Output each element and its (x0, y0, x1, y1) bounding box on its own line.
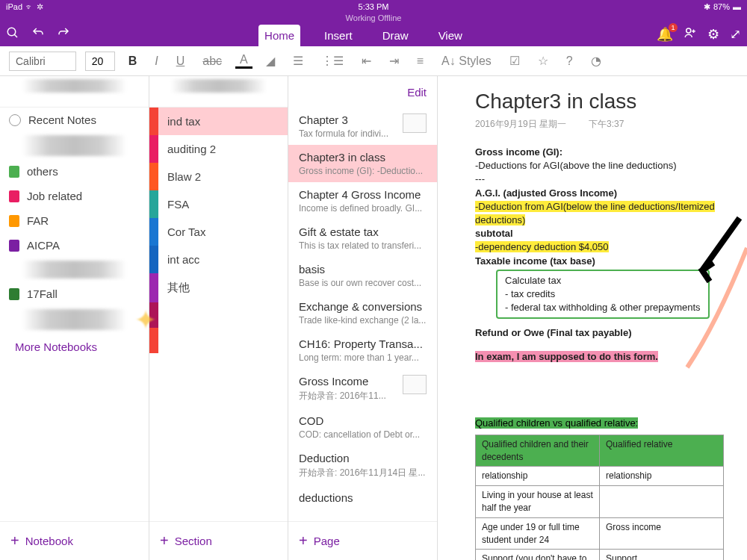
section-item[interactable] (149, 328, 288, 353)
sync-icon: ✲ (37, 2, 43, 12)
bold-button[interactable]: B (124, 55, 142, 68)
battery-icon: ▬ (733, 2, 741, 11)
font-select[interactable]: Calibri (9, 52, 76, 71)
edit-pages[interactable]: Edit (407, 86, 427, 99)
page-item[interactable]: Deduction开始录音: 2016年11月14日 星... (288, 446, 437, 485)
section-item[interactable]: 其他 (149, 273, 288, 302)
ink-arrow (672, 211, 747, 375)
notebook-icon (9, 240, 19, 252)
section-item[interactable]: Cor Tax (149, 218, 288, 246)
notebook-panel: Recent Notes othersJob relatedFARAICPA17… (0, 76, 149, 560)
bullets-button[interactable]: ☰ (288, 54, 308, 68)
add-notebook-button[interactable]: +Notebook (0, 521, 149, 560)
section-item[interactable]: auditing 2 (149, 135, 288, 163)
bluetooth-icon: ✱ (704, 2, 710, 12)
notebook-item[interactable]: Job related (0, 184, 149, 208)
add-section-button[interactable]: +Section (149, 521, 288, 560)
todo-button[interactable]: ☑ (505, 54, 524, 68)
qualified-table: Qualified children and their decedentsQu… (475, 435, 724, 560)
svg-line-1 (14, 34, 17, 37)
notebook-icon (9, 215, 19, 227)
page-panel: Edit Chapter 3Tax formula for indivi...C… (288, 76, 438, 560)
notebook-item[interactable]: others (0, 159, 149, 184)
star-button[interactable]: ☆ (533, 54, 553, 68)
status-bar: iPad ᯤ ✲ 5:33 PM ✱ 87% ▬ (0, 0, 747, 13)
section-item[interactable]: int acc (149, 246, 288, 273)
tab-draw[interactable]: Draw (376, 25, 415, 46)
tab-home[interactable]: Home (258, 25, 300, 46)
indent-button[interactable]: ⇥ (385, 54, 403, 68)
bell-icon[interactable]: 🔔1 (657, 26, 673, 43)
page-item[interactable]: Gift & estate taxThis is tax related to … (288, 220, 437, 257)
recent-notes[interactable]: Recent Notes (0, 108, 149, 132)
page-item[interactable]: basisBase is our own recover cost... (288, 257, 437, 294)
undo-icon[interactable] (31, 26, 45, 43)
format-bar: Calibri 20 B I U abc A ◢ ☰ ⋮☰ ⇤ ⇥ ≡ A↓ S… (0, 46, 747, 76)
tab-view[interactable]: View (433, 25, 468, 46)
font-size-input[interactable]: 20 (85, 52, 115, 71)
section-item[interactable] (149, 302, 288, 328)
outdent-button[interactable]: ⇤ (357, 54, 376, 68)
page-item[interactable]: Gross Income开始录音: 2016年11... (288, 369, 437, 408)
note-meta: 2016年9月19日 星期一下午3:37 (475, 118, 737, 131)
search-icon[interactable] (6, 26, 19, 43)
battery-label: 87% (713, 2, 730, 11)
tab-insert[interactable]: Insert (318, 25, 359, 46)
page-item[interactable]: Exchange & conversionsTrade like-kind ex… (288, 294, 437, 332)
page-item[interactable]: deductions (288, 485, 437, 512)
styles-button[interactable]: A↓ Styles (437, 55, 496, 68)
section-item[interactable]: Blaw 2 (149, 163, 288, 190)
page-item[interactable]: Chapter 4 Gross IncomeIncome is defined … (288, 182, 437, 220)
highlight-button[interactable]: ◢ (261, 54, 279, 68)
expand-icon[interactable]: ⤢ (730, 26, 741, 43)
section-item[interactable]: FSA (149, 190, 288, 218)
page-item[interactable]: CH16: Property Transa...Long term: more … (288, 332, 437, 369)
underline-button[interactable]: U (172, 55, 190, 68)
page-item[interactable]: CODCOD: cancellation of Debt or... (288, 408, 437, 446)
redo-icon[interactable] (57, 26, 70, 43)
notebook-icon (9, 190, 19, 202)
gear-icon[interactable]: ⚙ (707, 26, 719, 43)
svg-point-0 (7, 28, 16, 36)
note-content[interactable]: Chapter3 in class 2016年9月19日 星期一下午3:37 G… (438, 76, 747, 560)
notebook-item[interactable]: 17Fall (0, 281, 149, 306)
note-title[interactable]: Chapter3 in class (475, 90, 737, 113)
notebook-item[interactable]: AICPA (0, 233, 149, 258)
clock-icon (9, 114, 21, 126)
font-color-button[interactable]: A (235, 53, 252, 69)
notebook-item[interactable]: FAR (0, 208, 149, 233)
device-label: iPad (6, 2, 22, 11)
section-item[interactable]: ind tax (149, 108, 288, 135)
page-thumb-icon (403, 375, 427, 394)
page-thumb-icon (403, 113, 427, 133)
notebook-icon (9, 166, 19, 178)
notebook-icon (9, 288, 19, 300)
add-person-icon[interactable] (684, 26, 697, 43)
top-toolbar: HomeInsertDrawView 🔔1 ⚙ ⤢ (0, 22, 747, 46)
ink-mark: ✦ (134, 305, 157, 336)
italic-button[interactable]: I (150, 55, 162, 68)
page-item[interactable]: Chapter 3Tax formula for indivi... (288, 108, 437, 145)
more-notebooks[interactable]: More Notebooks (0, 333, 149, 361)
align-button[interactable]: ≡ (412, 55, 428, 68)
page-item[interactable]: Chapter3 in classGross income (GI): -Ded… (288, 145, 437, 182)
notif-badge: 1 (669, 23, 678, 32)
section-panel: ind taxauditing 2Blaw 2FSACor Taxint acc… (149, 76, 288, 560)
wifi-icon: ᯤ (25, 2, 34, 11)
svg-point-2 (686, 28, 691, 33)
help-button[interactable]: ? (562, 55, 577, 68)
subtitle: Working Offline (0, 13, 747, 22)
add-page-button[interactable]: +Page (288, 521, 437, 560)
strike-button[interactable]: abc (198, 55, 226, 68)
overflow-button[interactable]: ◔ (586, 54, 606, 68)
numbered-button[interactable]: ⋮☰ (317, 54, 348, 68)
status-time: 5:33 PM (359, 2, 389, 11)
